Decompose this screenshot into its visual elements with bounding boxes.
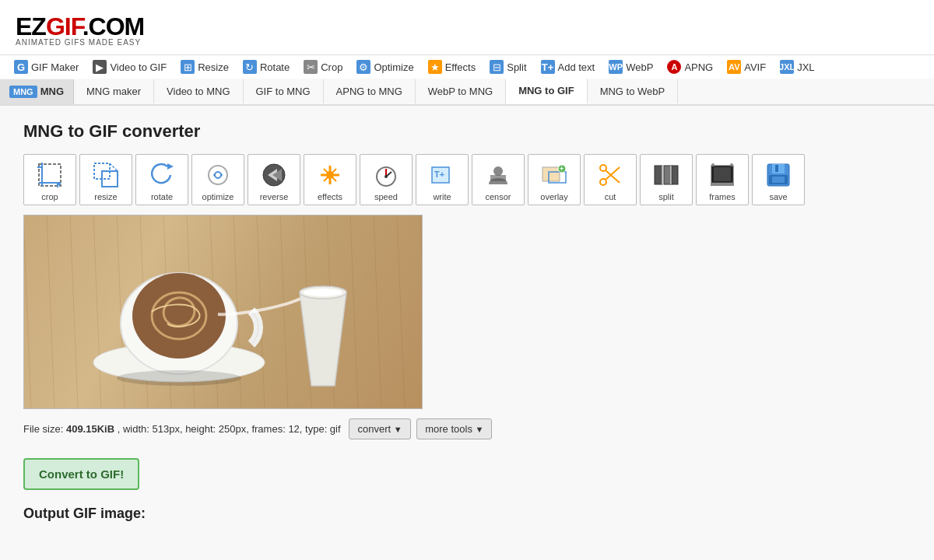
- subnav-logo[interactable]: MNG MNG: [0, 79, 74, 104]
- tool-censor[interactable]: censor: [472, 154, 525, 205]
- tool-frames-icon: [707, 159, 738, 191]
- svg-rect-31: [655, 166, 662, 184]
- nav-webp[interactable]: WP WebP: [602, 55, 659, 79]
- nav-optimize-label: Optimize: [374, 61, 413, 73]
- nav-resize[interactable]: ⊞ Resize: [174, 55, 235, 79]
- tool-bar: cropresizerotateoptimizereverseeffectssp…: [23, 154, 911, 205]
- split-icon: ⊟: [490, 60, 504, 74]
- nav-rotate-label: Rotate: [260, 61, 290, 73]
- nav-video-label: Video to GIF: [110, 61, 167, 73]
- nav-avif-label: AVIF: [744, 61, 766, 73]
- tool-write[interactable]: T+write: [416, 154, 469, 205]
- file-size-label: File size:: [23, 423, 63, 435]
- subnav-gif-to-mng[interactable]: GIF to MNG: [244, 79, 324, 103]
- mng-logo-icon: MNG: [9, 86, 37, 98]
- subnav-webp-to-mng[interactable]: WebP to MNG: [416, 79, 506, 103]
- nav-jxl[interactable]: JXL JXL: [774, 55, 820, 79]
- svg-point-27: [600, 179, 606, 185]
- svg-text:T+: T+: [434, 170, 444, 179]
- tool-cut-label: cut: [605, 192, 616, 201]
- tool-crop-icon: [34, 159, 65, 191]
- svg-rect-22: [490, 175, 506, 181]
- tool-censor-label: censor: [485, 192, 511, 201]
- svg-rect-33: [672, 166, 678, 184]
- svg-line-30: [606, 170, 620, 183]
- tool-overlay-icon: +: [539, 159, 570, 191]
- nav-gif-maker[interactable]: G GIF Maker: [8, 55, 85, 79]
- tool-rotate-label: rotate: [151, 192, 173, 201]
- tool-optimize[interactable]: optimize: [191, 154, 244, 205]
- convert-to-gif-button[interactable]: Convert to GIF!: [23, 458, 139, 490]
- nav-video-to-gif[interactable]: ▶ Video to GIF: [86, 55, 173, 79]
- tool-cut-icon: [595, 159, 626, 191]
- nav-crop[interactable]: ✂ Crop: [297, 55, 349, 79]
- svg-rect-43: [775, 165, 778, 172]
- tool-save[interactable]: save: [752, 154, 805, 205]
- nav-resize-label: Resize: [198, 61, 229, 73]
- tool-save-icon: [763, 159, 794, 191]
- nav-addtext-label: Add text: [558, 61, 595, 73]
- tool-reverse[interactable]: reverse: [248, 154, 300, 205]
- nav-rotate[interactable]: ↻ Rotate: [237, 55, 296, 79]
- tool-effects[interactable]: effects: [304, 154, 356, 205]
- tool-write-label: write: [433, 192, 451, 201]
- more-tools-arrow-icon: ▼: [476, 425, 484, 434]
- nav-apng[interactable]: A APNG: [661, 55, 719, 79]
- tool-crop[interactable]: crop: [23, 154, 76, 205]
- tool-optimize-icon: [202, 159, 234, 191]
- nav-split-label: Split: [507, 61, 526, 73]
- tool-cut[interactable]: cut: [584, 154, 637, 205]
- convert-label: convert: [357, 423, 391, 435]
- svg-point-21: [493, 166, 503, 176]
- svg-line-29: [606, 167, 620, 180]
- tool-effects-label: effects: [318, 192, 342, 201]
- tool-split[interactable]: split: [640, 154, 693, 205]
- subnav-mng-maker[interactable]: MNG maker: [74, 79, 154, 103]
- nav-split[interactable]: ⊟ Split: [483, 55, 532, 79]
- nav-avif[interactable]: AV AVIF: [721, 55, 772, 79]
- gif-maker-icon: G: [14, 60, 28, 74]
- preview-image: [23, 215, 423, 409]
- tool-frames[interactable]: frames: [696, 154, 749, 205]
- svg-point-18: [384, 175, 388, 178]
- svg-point-38: [711, 163, 715, 166]
- subnav-mng-to-webp[interactable]: MNG to WebP: [588, 79, 679, 103]
- more-tools-button[interactable]: more tools ▼: [416, 418, 492, 439]
- nav-apng-label: APNG: [684, 61, 713, 73]
- tool-speed-icon: [370, 159, 402, 191]
- convert-button[interactable]: convert ▼: [349, 418, 410, 439]
- addtext-icon: T+: [541, 60, 555, 74]
- svg-rect-23: [542, 167, 560, 181]
- sub-nav: MNG MNG MNG maker Video to MNG GIF to MN…: [0, 79, 934, 105]
- tool-overlay-label: overlay: [540, 192, 567, 201]
- logo-com: .COM: [83, 12, 145, 40]
- page-title: MNG to GIF converter: [23, 121, 911, 142]
- subnav-mng-to-gif[interactable]: MNG to GIF: [506, 79, 588, 104]
- tool-optimize-label: optimize: [202, 192, 234, 201]
- tool-rotate[interactable]: rotate: [135, 154, 188, 205]
- file-details: , width: 513px, height: 250px, frames: 1…: [118, 423, 341, 435]
- svg-line-5: [110, 163, 118, 171]
- effects-icon: ★: [428, 60, 442, 74]
- subnav-apng-to-mng[interactable]: APNG to MNG: [324, 79, 416, 103]
- video-icon: ▶: [93, 60, 107, 74]
- nav-add-text[interactable]: T+ Add text: [535, 55, 602, 79]
- tool-resize-icon: [90, 159, 121, 191]
- rotate-icon: ↻: [243, 60, 257, 74]
- optimize-icon: ⚙: [356, 60, 370, 74]
- tool-write-icon: T+: [427, 159, 458, 191]
- file-size-value: 409.15KiB: [66, 423, 114, 435]
- tool-speed[interactable]: speed: [360, 154, 413, 205]
- tool-resize[interactable]: resize: [79, 154, 132, 205]
- file-info: File size: 409.15KiB , width: 513px, hei…: [23, 418, 911, 439]
- tool-speed-label: speed: [374, 192, 398, 201]
- nav-optimize[interactable]: ⚙ Optimize: [350, 55, 420, 79]
- svg-rect-37: [714, 167, 731, 181]
- tool-overlay[interactable]: +overlay: [528, 154, 581, 205]
- nav-effects[interactable]: ★ Effects: [422, 55, 483, 79]
- tool-resize-label: resize: [94, 192, 117, 201]
- more-tools-label: more tools: [425, 423, 472, 435]
- subnav-video-to-mng[interactable]: Video to MNG: [154, 79, 243, 103]
- tool-reverse-icon: [258, 159, 290, 191]
- tool-rotate-icon: [146, 159, 177, 191]
